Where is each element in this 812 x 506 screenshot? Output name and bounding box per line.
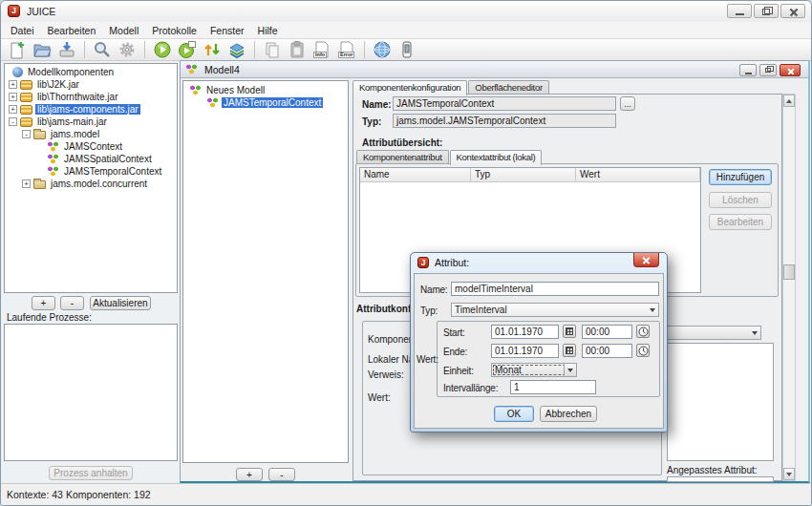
expand-icon[interactable]: +: [22, 179, 31, 188]
stop-process-button[interactable]: Prozess anhalten: [49, 466, 133, 480]
expand-icon[interactable]: +: [9, 93, 17, 101]
interval-length-input[interactable]: 1: [510, 380, 596, 394]
column-name[interactable]: Name: [360, 168, 471, 181]
model-exchange-button[interactable]: [201, 40, 224, 60]
clock-icon: [638, 327, 649, 337]
error-log-button[interactable]: Error: [335, 40, 358, 60]
save-model-button[interactable]: [55, 40, 78, 60]
tree-item-jar-selected[interactable]: + lib\jams-components.jar: [5, 103, 177, 116]
component-icon: [206, 97, 219, 108]
tree-item-component[interactable]: JAMSTemporalContext: [5, 165, 177, 178]
model-remove-button[interactable]: -: [268, 468, 295, 481]
tree-item-jar[interactable]: - lib\jams-main.jar: [5, 116, 177, 128]
start-calendar-button[interactable]: [563, 325, 576, 338]
attribute-select-combobox[interactable]: [667, 326, 761, 340]
search-button[interactable]: [91, 40, 114, 60]
name-label: Name:: [362, 99, 392, 110]
attribute-overview-label: Attributübersicht:: [362, 137, 442, 148]
tree-item-root[interactable]: Modellkomponenten: [5, 66, 177, 78]
browse-button[interactable]: ...: [620, 96, 635, 111]
tree-item-component[interactable]: JAMSSpatialContext: [5, 153, 177, 165]
expand-icon[interactable]: +: [9, 105, 17, 114]
model-tree-child-selected[interactable]: JAMSTemporalContext: [183, 96, 348, 109]
tree-item-package[interactable]: - jams.model: [5, 128, 177, 140]
refresh-button[interactable]: Aktualisieren: [90, 296, 151, 310]
tab-oberflaecheneditor[interactable]: Oberflächeneditor: [468, 80, 548, 95]
menu-hilfe[interactable]: Hilfe: [251, 23, 285, 38]
new-model-button[interactable]: [6, 40, 29, 60]
open-model-button[interactable]: [31, 40, 53, 60]
add-attribute-button[interactable]: Hinzufügen: [709, 169, 772, 185]
column-typ[interactable]: Typ: [471, 168, 576, 181]
collapse-icon[interactable]: -: [9, 117, 17, 126]
frame-close-button[interactable]: [780, 64, 801, 76]
chevron-down-icon: [650, 308, 655, 312]
ende-clock-button[interactable]: [636, 344, 650, 357]
ende-date-input[interactable]: 01.01.1970: [491, 344, 559, 358]
custom-attribute-field[interactable]: [667, 476, 774, 482]
folder-icon: [33, 131, 46, 139]
dialog-name-input[interactable]: modelTimeInterval: [451, 282, 659, 296]
tree-item-jar[interactable]: + lib\J2K.jar: [5, 78, 177, 91]
frame-restore-button[interactable]: [759, 64, 777, 76]
tab-komponentenkonfiguration[interactable]: Komponentenkonfiguration: [353, 80, 467, 95]
component-name-field[interactable]: JAMSTemporalContext: [393, 96, 616, 111]
unit-combobox[interactable]: Monat: [491, 363, 577, 377]
run-model-gui-button[interactable]: [176, 40, 199, 60]
running-processes-list[interactable]: [4, 324, 178, 461]
component-type-field[interactable]: jams.model.JAMSTemporalContext: [393, 114, 616, 128]
collapse-icon[interactable]: -: [22, 130, 31, 138]
copy-button[interactable]: [261, 40, 284, 60]
dialog-close-button[interactable]: [633, 253, 659, 267]
menu-protokolle[interactable]: Protokolle: [145, 23, 203, 38]
device-button[interactable]: [395, 40, 418, 60]
tab-komponentenattribut[interactable]: Komponentenattribut: [356, 150, 449, 164]
sidebar-add-button[interactable]: +: [32, 296, 55, 310]
type-combobox[interactable]: TimeInterval: [451, 303, 659, 317]
dialog-titlebar[interactable]: J Attribut:: [411, 253, 667, 272]
start-clock-button[interactable]: [636, 325, 650, 338]
attribute-list[interactable]: [667, 343, 774, 461]
menu-datei[interactable]: Datei: [4, 23, 41, 38]
restore-icon: [765, 68, 771, 73]
model-tree-root[interactable]: Neues Modell: [183, 84, 348, 96]
tree-item-jar[interactable]: + lib\Thornthwaite.jar: [5, 91, 177, 103]
settings-button[interactable]: [116, 40, 139, 60]
tab-kontextattribut[interactable]: Kontextattribut (lokal): [450, 150, 543, 165]
expand-icon[interactable]: +: [9, 80, 17, 89]
edit-attribute-button[interactable]: Bearbeiten: [709, 214, 772, 230]
globe-icon: [373, 40, 392, 59]
vertical-scrollbar[interactable]: [782, 94, 796, 481]
menu-modell[interactable]: Modell: [102, 23, 145, 38]
column-wert[interactable]: Wert: [576, 168, 700, 181]
ende-calendar-button[interactable]: [563, 344, 576, 357]
ende-time-input[interactable]: 00:00: [582, 344, 632, 358]
run-model-button[interactable]: [151, 40, 174, 60]
model-add-button[interactable]: +: [236, 468, 263, 481]
internal-frame-titlebar[interactable]: Modell4: [181, 61, 808, 78]
delete-attribute-button[interactable]: Löschen: [709, 192, 772, 208]
scroll-down-button[interactable]: [783, 468, 795, 480]
layers-icon: [227, 40, 246, 59]
info-log-button[interactable]: Info: [310, 40, 333, 60]
frame-minimize-button[interactable]: [739, 64, 757, 76]
close-button[interactable]: [780, 4, 805, 18]
tree-item-component[interactable]: JAMSContext: [5, 140, 177, 153]
sidebar-remove-button[interactable]: -: [60, 296, 84, 310]
scrollbar-thumb[interactable]: [783, 264, 795, 280]
info-log-label: Info: [313, 52, 327, 58]
cancel-button[interactable]: Abbrechen: [540, 406, 597, 422]
menu-fenster[interactable]: Fenster: [203, 23, 251, 38]
component-icon: [47, 154, 59, 164]
menu-bearbeiten[interactable]: Bearbeiten: [41, 23, 103, 38]
tree-item-package[interactable]: + jams.model.concurrent: [5, 178, 177, 190]
layers-button[interactable]: [225, 40, 248, 60]
paste-button[interactable]: [286, 40, 309, 60]
web-button[interactable]: [371, 40, 394, 60]
ok-button[interactable]: OK: [494, 406, 534, 422]
maximize-button[interactable]: [754, 4, 779, 18]
minimize-button[interactable]: [727, 4, 752, 18]
scroll-up-button[interactable]: [783, 95, 795, 107]
start-date-input[interactable]: 01.01.1970: [491, 325, 559, 339]
start-time-input[interactable]: 00:00: [582, 325, 632, 339]
